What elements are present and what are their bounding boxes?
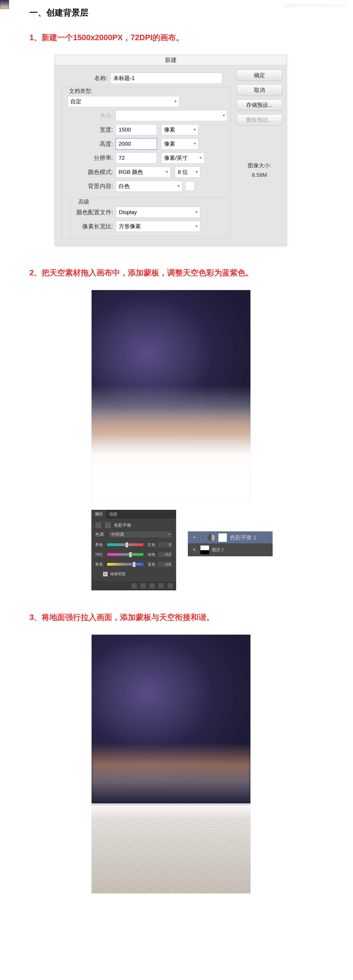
slider-knob[interactable] (125, 542, 128, 547)
dialog-title: 新建 (55, 55, 286, 65)
slider-knob[interactable] (129, 552, 132, 557)
step1-title: 1、新建一个1500x2000PX，72DPI的画布。 (29, 32, 326, 43)
label-name: 名称: (59, 74, 110, 82)
aspect-value: 方形像素 (119, 223, 141, 230)
delete-preset-button: 删除预设... (237, 114, 282, 126)
size-select (116, 110, 227, 121)
label-color-mode: 颜色模式: (65, 168, 116, 176)
height-unit-value: 像素 (164, 140, 175, 148)
save-preset-button[interactable]: 存储预设... (237, 99, 282, 111)
adjustment-name: 色彩平衡 (114, 522, 131, 528)
tone-value: 中间调 (111, 531, 124, 538)
visibility-icon[interactable] (158, 583, 164, 589)
slider-right-label: 红色 (145, 542, 155, 547)
name-input[interactable] (110, 73, 222, 84)
image-size-label: 图像大小: (237, 161, 282, 170)
color-mode-value: RGB 颜色 (119, 169, 143, 176)
label-profile: 颜色配置文件: (74, 208, 116, 216)
label-bg: 背景内容: (65, 182, 116, 190)
tone-label: 色调: (95, 531, 109, 538)
visibility-toggle-icon[interactable] (192, 535, 198, 540)
slider-value[interactable]: +12 (158, 551, 173, 558)
layer-mask-thumb[interactable] (218, 533, 227, 542)
step2-title: 2、把天空素材拖入画布中，添加蒙板，调整天空色彩为蓝紫色。 (29, 267, 326, 278)
view-prev-icon[interactable] (140, 583, 146, 589)
slider-knob[interactable] (133, 562, 136, 567)
step3-title: 3、将地面强行拉入画面，添加蒙板与天空衔接和谐。 (29, 612, 326, 623)
slider-value[interactable]: 0 (158, 541, 173, 548)
bg-value: 白色 (119, 183, 129, 190)
section-title: 一、创建背景层 (29, 7, 326, 18)
layer-thumb (0, 0, 9, 9)
visibility-toggle-icon[interactable] (191, 547, 198, 552)
res-unit-value: 像素/英寸 (164, 154, 188, 162)
slider-value[interactable]: +24 (158, 561, 173, 568)
bg-color-swatch[interactable] (185, 181, 195, 191)
bits-value: 8 位 (178, 169, 188, 176)
width-input[interactable] (116, 124, 157, 135)
mask-icon (104, 522, 111, 528)
link-icon (200, 535, 205, 540)
trash-icon[interactable] (167, 583, 173, 589)
adjustment-icon (95, 522, 102, 528)
tone-select[interactable]: 中间调 (109, 531, 173, 538)
width-unit-select[interactable]: 像素 (161, 124, 198, 135)
doc-type-value: 自定 (70, 98, 81, 105)
height-unit-select[interactable]: 像素 (161, 138, 198, 150)
resolution-input[interactable] (116, 153, 157, 164)
clip-icon[interactable] (131, 583, 137, 589)
layer-mask-thumb[interactable] (200, 545, 209, 554)
layer-sky[interactable]: 图层 2 (188, 544, 272, 556)
adjustment-thumb-icon (208, 534, 215, 541)
new-document-dialog: 新建 名称: 文档类型: 自定 大小: (55, 55, 287, 246)
res-unit-select[interactable]: 像素/英寸 (161, 153, 204, 164)
slider-left-label: 黄色 (95, 562, 106, 567)
panel-footer (92, 581, 176, 590)
label-aspect: 像素长宽比: (74, 223, 116, 231)
fieldset-main: 文档类型: 自定 大小: 宽度: 像素 (61, 87, 231, 239)
color-mode-select[interactable]: RGB 颜色 (116, 167, 171, 178)
preserve-lum-checkbox[interactable] (103, 572, 108, 576)
sky-gradient (92, 290, 251, 502)
profile-value: Display (119, 209, 137, 215)
fieldset-advanced: 高级 颜色配置文件: Display 像素长宽比: 方形像素 (70, 197, 227, 237)
label-advanced: 高级 (76, 198, 92, 205)
color-balance-slider[interactable]: 黄色蓝色+24 (95, 561, 173, 568)
sky-canvas-preview (91, 290, 251, 502)
layer-color-balance[interactable]: 色彩平衡 1 (188, 531, 272, 544)
color-balance-slider[interactable]: 青色红色0 (95, 541, 173, 548)
layers-panel: 色彩平衡 1 图层 2 (188, 531, 273, 556)
ground-texture (92, 805, 251, 893)
slider-right-label: 绿色 (145, 552, 155, 557)
doc-type-select[interactable]: 自定 (67, 96, 179, 107)
slider-right-label: 蓝色 (145, 562, 155, 567)
cancel-button[interactable]: 取消 (237, 84, 282, 96)
layer-name: 图层 2 (212, 547, 224, 552)
color-balance-slider[interactable]: 洋红绿色+12 (95, 551, 173, 558)
tab-info[interactable]: 信息 (106, 510, 121, 518)
bg-select[interactable]: 白色 (116, 181, 182, 192)
bits-select[interactable]: 8 位 (175, 167, 200, 178)
slider-track[interactable] (107, 553, 143, 556)
preserve-lum-label: 保留明度 (110, 571, 126, 577)
sky-mask-fade (92, 385, 251, 502)
properties-panel: 属性 信息 色彩平衡 色调: 中间调 青色红色0洋红绿色+12黄色蓝色+24 保… (91, 510, 176, 590)
height-input[interactable] (116, 138, 157, 150)
sky-ground-canvas-preview (91, 635, 251, 894)
label-size: 大小: (65, 112, 116, 120)
slider-track[interactable] (107, 563, 143, 566)
reset-icon[interactable] (149, 583, 155, 589)
label-height: 高度: (65, 140, 116, 148)
profile-select[interactable]: Display (116, 207, 200, 218)
aspect-select[interactable]: 方形像素 (116, 221, 200, 232)
ok-button[interactable]: 确定 (237, 70, 282, 81)
slider-track[interactable] (107, 543, 143, 546)
width-unit-value: 像素 (164, 126, 175, 134)
sky-gradient (92, 635, 251, 831)
label-width: 宽度: (65, 126, 116, 134)
tab-properties[interactable]: 属性 (92, 510, 106, 518)
image-size-value: 8.58M (237, 170, 282, 180)
watermark-text: 思缘设计论坛 www.missyuan.com (284, 3, 347, 8)
label-doc-type: 文档类型: (67, 88, 95, 95)
layer-name: 色彩平衡 1 (230, 534, 256, 541)
